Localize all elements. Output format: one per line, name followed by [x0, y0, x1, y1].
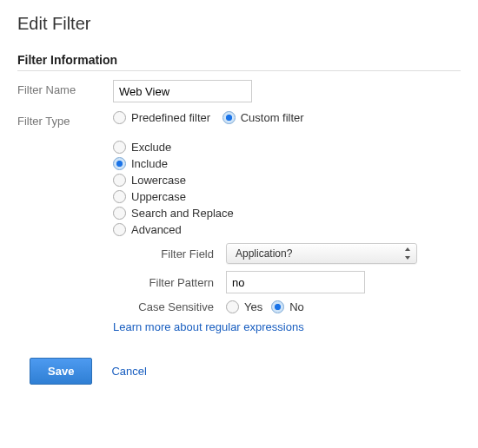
lowercase-radio[interactable]: Lowercase	[113, 174, 461, 187]
radio-icon	[113, 174, 126, 187]
radio-icon	[226, 300, 239, 313]
footer-actions: Save Cancel	[17, 358, 461, 385]
filter-name-row: Filter Name	[17, 80, 461, 102]
learn-more-link[interactable]: Learn more about regular expressions	[113, 320, 304, 333]
filter-field-value: Application?	[236, 247, 292, 260]
search-replace-label: Search and Replace	[131, 207, 234, 220]
radio-icon	[271, 300, 284, 313]
filter-field-label: Filter Field	[113, 247, 226, 260]
exclude-label: Exclude	[131, 141, 171, 154]
section-divider	[17, 70, 461, 71]
radio-icon	[113, 190, 126, 203]
filter-pattern-label: Filter Pattern	[113, 276, 226, 289]
case-sensitive-label: Case Sensitive	[113, 300, 226, 313]
radio-icon	[113, 111, 126, 124]
filter-type-label: Filter Type	[17, 111, 113, 128]
radio-icon	[113, 207, 126, 220]
filter-field-row: Filter Field Application?	[113, 243, 461, 264]
radio-icon	[113, 141, 126, 154]
predefined-filter-radio[interactable]: Predefined filter	[113, 111, 210, 124]
custom-options-group: Exclude Include Lowercase Uppercase Sear…	[113, 141, 461, 333]
exclude-radio[interactable]: Exclude	[113, 141, 461, 154]
save-button[interactable]: Save	[30, 358, 92, 385]
uppercase-radio[interactable]: Uppercase	[113, 190, 461, 203]
filter-field-select[interactable]: Application?	[226, 243, 417, 264]
advanced-radio[interactable]: Advanced	[113, 223, 461, 236]
advanced-label: Advanced	[131, 223, 182, 236]
custom-filter-label: Custom filter	[241, 111, 304, 124]
section-title: Filter Information	[17, 53, 461, 67]
filter-pattern-row: Filter Pattern	[113, 271, 461, 293]
include-label: Include	[131, 157, 168, 170]
radio-icon	[113, 223, 126, 236]
filter-name-label: Filter Name	[17, 80, 113, 96]
uppercase-label: Uppercase	[131, 190, 186, 203]
case-yes-label: Yes	[244, 300, 262, 313]
include-radio[interactable]: Include	[113, 157, 461, 170]
case-no-label: No	[289, 300, 304, 313]
case-no-radio[interactable]: No	[271, 300, 304, 313]
search-replace-radio[interactable]: Search and Replace	[113, 207, 461, 220]
custom-filter-radio[interactable]: Custom filter	[222, 111, 304, 124]
case-sensitive-row: Case Sensitive Yes No	[113, 300, 461, 313]
lowercase-label: Lowercase	[131, 174, 186, 187]
radio-icon	[113, 157, 126, 170]
page-title: Edit Filter	[17, 14, 461, 34]
filter-pattern-input[interactable]	[226, 271, 365, 293]
updown-icon	[404, 247, 411, 260]
filter-name-input[interactable]	[113, 80, 252, 102]
cancel-link[interactable]: Cancel	[111, 365, 146, 378]
predefined-filter-label: Predefined filter	[131, 111, 210, 124]
case-yes-radio[interactable]: Yes	[226, 300, 262, 313]
filter-type-row: Filter Type Predefined filter Custom fil…	[17, 111, 461, 333]
radio-icon	[222, 111, 236, 124]
